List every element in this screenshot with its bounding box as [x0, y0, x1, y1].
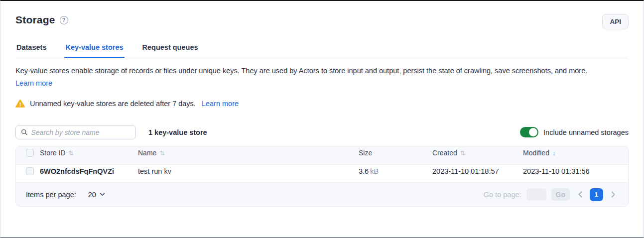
- store-count-label: 1 key-value store: [148, 128, 207, 136]
- table-header-row: Store ID ⇅ Name ⇅ Size Created ⇅ Modifie…: [16, 146, 628, 165]
- cell-store-id[interactable]: 6WO2nfcdsFqFnQVZi: [40, 167, 138, 175]
- sort-desc-icon[interactable]: ↓: [552, 149, 556, 157]
- tab-key-value-stores[interactable]: Key-value stores: [64, 40, 124, 58]
- page-title: Storage: [15, 14, 55, 26]
- warning-learn-more-link[interactable]: Learn more: [202, 100, 239, 108]
- warning-banner: Unnamed key-value stores are deleted aft…: [15, 99, 629, 108]
- cell-name[interactable]: test run kv: [138, 167, 359, 175]
- description-learn-more-link[interactable]: Learn more: [15, 78, 52, 89]
- cell-size: 3.6kB: [359, 167, 432, 175]
- page-1-button[interactable]: 1: [590, 188, 603, 201]
- help-icon[interactable]: ?: [60, 16, 68, 24]
- storage-tabs: Datasets Key-value stores Request queues: [15, 40, 629, 58]
- page-header: Storage ? API: [15, 14, 629, 29]
- column-header-store-id[interactable]: Store ID ⇅: [40, 149, 138, 157]
- toggle-label: Include unnamed storages: [543, 128, 629, 136]
- cell-modified: 2023-11-10 01:31:56: [523, 167, 628, 175]
- column-header-size: Size: [359, 149, 432, 157]
- search-icon: [21, 128, 28, 136]
- row-checkbox[interactable]: [26, 167, 34, 175]
- items-per-page-select[interactable]: 20: [88, 191, 105, 199]
- search-box[interactable]: [15, 125, 136, 139]
- table-row[interactable]: 6WO2nfcdsFqFnQVZi test run kv 3.6kB 2023…: [16, 165, 628, 183]
- items-per-page-label: Items per page:: [26, 191, 76, 199]
- go-to-page-input[interactable]: [526, 188, 546, 201]
- chevron-down-icon: [100, 193, 105, 196]
- select-all-checkbox[interactable]: [26, 149, 34, 157]
- cell-created: 2023-11-10 01:18:57: [432, 167, 523, 175]
- toggle-knob: [529, 128, 537, 136]
- next-page-button[interactable]: [608, 188, 618, 201]
- size-unit: kB: [370, 167, 379, 175]
- kv-store-table: Store ID ⇅ Name ⇅ Size Created ⇅ Modifie…: [15, 146, 629, 207]
- column-header-created[interactable]: Created ⇅: [432, 149, 523, 157]
- description-text: Key-value stores enable storage of recor…: [15, 67, 587, 75]
- go-button[interactable]: Go: [551, 188, 570, 201]
- api-button[interactable]: API: [602, 14, 629, 29]
- sort-both-icon[interactable]: ⇅: [68, 149, 73, 157]
- toolbar: 1 key-value store Include unnamed storag…: [15, 125, 629, 139]
- storage-page: Storage ? API Datasets Key-value stores …: [0, 1, 644, 207]
- include-unnamed-toggle[interactable]: [520, 127, 538, 137]
- go-to-page-label: Go to page:: [484, 191, 521, 199]
- search-input[interactable]: [31, 128, 130, 136]
- tab-request-queues[interactable]: Request queues: [141, 40, 199, 58]
- warning-text: Unnamed key-value stores are deleted aft…: [30, 100, 196, 108]
- sort-both-icon[interactable]: ⇅: [460, 149, 465, 157]
- column-header-modified[interactable]: Modified ↓: [523, 149, 628, 157]
- previous-page-button[interactable]: [575, 188, 585, 201]
- column-header-name[interactable]: Name ⇅: [138, 149, 359, 157]
- table-footer: Items per page: 20 Go to page: Go 1: [16, 183, 628, 206]
- chevron-left-icon: [578, 191, 582, 198]
- chevron-right-icon: [611, 191, 616, 198]
- warning-icon: [15, 99, 25, 108]
- pagination-controls: Go to page: Go 1: [484, 188, 618, 201]
- sort-both-icon[interactable]: ⇅: [159, 149, 164, 157]
- tab-datasets[interactable]: Datasets: [15, 40, 47, 58]
- description: Key-value stores enable storage of recor…: [15, 66, 629, 89]
